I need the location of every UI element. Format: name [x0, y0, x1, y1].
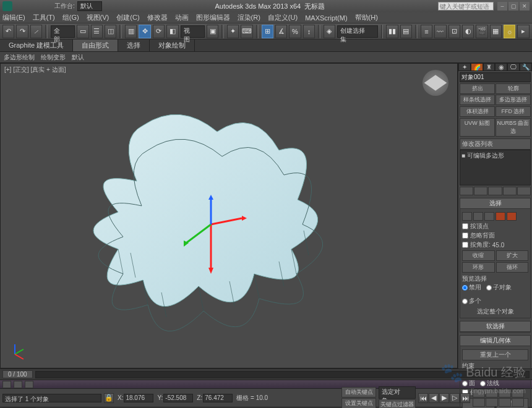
cmdtab-create[interactable]: ✦ [458, 63, 471, 71]
goto-end[interactable]: ⏭ [460, 393, 470, 403]
menu-help[interactable]: 帮助(H) [355, 13, 378, 22]
autokey-button[interactable]: 自动关键点 [341, 387, 376, 397]
coord-z[interactable]: 76.472 [203, 394, 233, 402]
angle-spinner[interactable]: 45.0 [492, 242, 504, 249]
btn-spline-sel[interactable]: 样条线选择 [460, 95, 495, 105]
named-sel-dropdown[interactable]: 创建选择集 [337, 25, 377, 38]
select-by-name-button[interactable]: ☰ [91, 25, 103, 38]
rollout-selection-header[interactable]: 选择 [460, 198, 530, 209]
nav-fov[interactable] [512, 389, 524, 397]
redo-button[interactable]: ↷ [16, 25, 28, 38]
snap-toggle-button[interactable]: ⊞ [262, 25, 273, 38]
keyboard-shortcut-button[interactable]: ⌨ [241, 25, 252, 38]
render-setup-button[interactable]: 🎬 [476, 25, 487, 38]
ribbon-tab-freeform[interactable]: 自由形式 [73, 40, 118, 51]
nav-orbit[interactable] [486, 398, 498, 407]
workspace-dropdown[interactable]: 默认 [77, 1, 102, 11]
subobj-border[interactable] [484, 212, 494, 221]
btn-ffd-sel[interactable]: FFD 选择 [496, 106, 531, 117]
coord-y[interactable]: -52.508 [163, 394, 193, 402]
menu-animation[interactable]: 动画 [175, 13, 189, 22]
pivot-center-button[interactable]: ▣ [207, 25, 218, 38]
trackbar-btn1[interactable] [2, 381, 11, 388]
time-track[interactable] [35, 371, 530, 378]
stack-pin[interactable] [460, 187, 473, 195]
subobj-element[interactable] [507, 212, 517, 221]
viewport-label[interactable]: [+] [正交] [真实 + 边面] [4, 66, 66, 74]
help-search-input[interactable] [438, 2, 494, 11]
ribbon-tab-graphite[interactable]: Graphite 建模工具 [0, 40, 73, 51]
constraint-normal[interactable] [480, 381, 486, 386]
maximize-button[interactable]: ▢ [508, 2, 518, 11]
material-editor-button[interactable]: ◐ [462, 25, 474, 38]
prev-frame[interactable]: ◀ [429, 393, 439, 403]
manipulate-button[interactable]: ✦ [227, 25, 239, 38]
render-frame-button[interactable]: ▦ [490, 25, 502, 38]
close-button[interactable]: ✕ [520, 2, 530, 11]
render-button[interactable]: ☼ [504, 25, 515, 38]
preview-sub[interactable] [486, 285, 492, 291]
play-button[interactable]: ▶ [439, 393, 449, 403]
select-move-button[interactable]: ✥ [139, 25, 150, 38]
percent-snap-button[interactable]: % [289, 25, 301, 38]
undo-button[interactable]: ↶ [2, 25, 14, 38]
coord-x[interactable]: 18.076 [124, 394, 153, 402]
stack-show[interactable] [474, 187, 487, 195]
viewcube[interactable] [423, 70, 448, 96]
modifier-list-dropdown[interactable]: 修改器列表 [460, 138, 531, 150]
nav-min[interactable] [512, 398, 524, 407]
object-name-field[interactable]: 对象001 [460, 72, 531, 82]
scene-object[interactable] [32, 88, 378, 360]
chk-by-vertex[interactable] [462, 223, 468, 229]
stack-unique[interactable] [488, 187, 502, 195]
menu-view[interactable]: 视图(V) [87, 13, 109, 22]
btn-nurbs[interactable]: NURBS 曲面选 [496, 118, 531, 137]
subobj-vertex[interactable] [462, 212, 472, 221]
btn-shrink[interactable]: 收缩 [462, 250, 495, 261]
render-prod-button[interactable]: ▸ [517, 25, 529, 38]
subribbon-paintdeform[interactable]: 绘制变形 [41, 53, 66, 62]
cmdtab-hierarchy[interactable]: ♜ [483, 63, 496, 71]
keyfilter-button[interactable]: 关键点过滤器 [379, 399, 416, 409]
menu-maxscript[interactable]: MAXScript(M) [305, 14, 347, 22]
menu-customize[interactable]: 自定义(U) [268, 13, 298, 22]
next-frame[interactable]: ▷ [450, 393, 460, 403]
menu-group[interactable]: 组(G) [62, 13, 79, 22]
menu-render[interactable]: 渲染(R) [238, 13, 260, 22]
subobj-polygon[interactable] [496, 212, 505, 221]
subribbon-polydraw[interactable]: 多边形绘制 [4, 53, 35, 62]
menu-modifiers[interactable]: 修改器 [147, 13, 168, 22]
spinner-snap-button[interactable]: ↕ [303, 25, 315, 38]
selection-filter-dropdown[interactable]: 全部 [51, 25, 75, 38]
nav-pan[interactable] [473, 398, 485, 407]
btn-extrude[interactable]: 挤出 [460, 83, 495, 94]
btn-grow[interactable]: 扩大 [496, 250, 529, 261]
nav-max[interactable] [499, 398, 511, 407]
select-object-button[interactable]: ▭ [77, 25, 88, 38]
nav-zoom-ext[interactable] [499, 389, 511, 397]
track-bar[interactable] [0, 380, 532, 388]
ribbon-tab-selection[interactable]: 选择 [118, 40, 150, 51]
layers-button[interactable]: ≡ [421, 25, 432, 38]
nav-zoom[interactable] [473, 389, 485, 397]
ref-coord-dropdown[interactable]: 视图 [181, 25, 205, 38]
subobj-edge[interactable] [473, 212, 483, 221]
subribbon-default[interactable]: 默认 [72, 53, 84, 62]
menu-grapheditors[interactable]: 图形编辑器 [196, 13, 230, 22]
select-scale-button[interactable]: ◧ [166, 25, 178, 38]
menu-create[interactable]: 创建(C) [116, 13, 139, 22]
curve-editor-button[interactable]: 〰 [434, 25, 446, 38]
link-button[interactable]: ⟋ [30, 25, 42, 38]
trackbar-btn3[interactable] [25, 381, 33, 388]
named-sel-button[interactable]: ◈ [324, 25, 335, 38]
btn-uvw[interactable]: UVW 贴图 [460, 118, 495, 137]
stack-remove[interactable] [503, 187, 517, 195]
btn-ring[interactable]: 环形 [462, 262, 495, 273]
select-rect-button[interactable]: ◫ [105, 25, 116, 38]
goto-start[interactable]: ⏮ [418, 393, 428, 403]
cmdtab-modify[interactable]: 🌈 [471, 63, 483, 71]
key-filter-dd[interactable]: 选定对象 [379, 386, 416, 399]
frame-indicator[interactable]: 0 / 100 [2, 370, 33, 378]
modifier-stack[interactable]: ■ 可编辑多边形 [460, 150, 531, 185]
chk-by-angle[interactable] [462, 242, 468, 248]
